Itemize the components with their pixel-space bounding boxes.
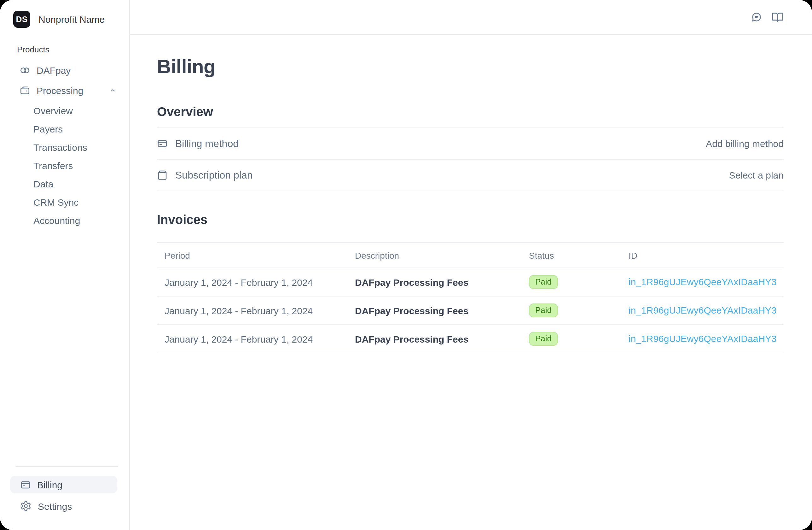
invoice-status: Paid <box>529 275 628 289</box>
sidebar-item-processing[interactable]: Processing <box>0 80 129 100</box>
wallet-icon <box>19 85 30 96</box>
chevron-up-icon <box>109 86 117 94</box>
sidebar-item-accounting[interactable]: Accounting <box>0 211 129 230</box>
column-header-status: Status <box>529 250 628 260</box>
invoice-description: DAFpay Processing Fees <box>355 305 529 316</box>
invoice-period: January 1, 2024 - February 1, 2024 <box>157 333 355 344</box>
credit-card-icon <box>20 479 31 490</box>
sidebar-item-data[interactable]: Data <box>0 175 129 193</box>
credit-card-icon <box>157 138 168 149</box>
sidebar-item-payers[interactable]: Payers <box>0 120 129 138</box>
column-header-description: Description <box>355 250 529 260</box>
sidebar-item-dafpay[interactable]: DAFpay <box>0 60 129 80</box>
sidebar-item-billing[interactable]: Billing <box>10 476 117 493</box>
invoice-status: Paid <box>529 304 628 317</box>
invoice-description: DAFpay Processing Fees <box>355 333 529 344</box>
sidebar-item-label: Settings <box>38 501 72 511</box>
invoice-id: in_1R96gUJEwy6QeeYAxIDaaHY3 <box>628 333 784 345</box>
org-name: Nonprofit Name <box>39 14 105 25</box>
overview-heading: Overview <box>157 105 784 119</box>
org-avatar: DS <box>13 11 30 28</box>
processing-subnav: Overview Payers Transactions Transfers D… <box>0 101 129 230</box>
invoice-id-link[interactable]: in_1R96gUJEwy6QeeYAxIDaaHY3 <box>628 276 777 287</box>
app-window: DS Nonprofit Name Products DAFpay Proces… <box>0 0 812 530</box>
page-title: Billing <box>157 56 784 78</box>
products-section-label: Products <box>17 45 129 54</box>
sidebar: DS Nonprofit Name Products DAFpay Proces… <box>0 0 130 530</box>
invoice-id: in_1R96gUJEwy6QeeYAxIDaaHY3 <box>628 305 784 316</box>
status-badge: Paid <box>529 275 558 289</box>
table-row: January 1, 2024 - February 1, 2024 DAFpa… <box>157 325 784 353</box>
invoice-id: in_1R96gUJEwy6QeeYAxIDaaHY3 <box>628 276 784 288</box>
main-area: Billing Overview Billing method Add bill… <box>130 0 812 530</box>
invoices-table-header: Period Description Status ID <box>157 243 784 268</box>
sidebar-nav: DAFpay Processing Overview Payers Transa… <box>0 60 129 230</box>
billing-method-row: Billing method Add billing method <box>157 128 784 159</box>
invoice-period: January 1, 2024 - February 1, 2024 <box>157 277 355 288</box>
invoice-period: January 1, 2024 - February 1, 2024 <box>157 305 355 316</box>
invoice-id-link[interactable]: in_1R96gUJEwy6QeeYAxIDaaHY3 <box>628 333 777 344</box>
billing-method-label: Billing method <box>157 138 238 149</box>
chat-bubble-icon <box>751 11 762 23</box>
status-badge: Paid <box>529 332 558 346</box>
subscription-plan-row: Subscription plan Select a plan <box>157 159 784 191</box>
subscription-plan-label: Subscription plan <box>157 169 253 181</box>
org-switcher[interactable]: DS Nonprofit Name <box>13 11 129 28</box>
table-row: January 1, 2024 - February 1, 2024 DAFpa… <box>157 268 784 296</box>
add-billing-method-button[interactable]: Add billing method <box>706 138 784 149</box>
status-badge: Paid <box>529 304 558 317</box>
sidebar-item-label: Billing <box>37 479 62 490</box>
sidebar-item-crm-sync[interactable]: CRM Sync <box>0 193 129 211</box>
invoices-table: Period Description Status ID January 1, … <box>157 242 784 353</box>
invoice-status: Paid <box>529 332 628 346</box>
sidebar-footer: Billing Settings <box>0 466 129 530</box>
sidebar-item-overview[interactable]: Overview <box>0 101 129 120</box>
column-header-period: Period <box>157 250 355 260</box>
invoices-heading: Invoices <box>157 213 784 227</box>
invoice-description: DAFpay Processing Fees <box>355 277 529 288</box>
topbar <box>130 0 812 35</box>
sidebar-item-label: DAFpay <box>37 65 71 75</box>
sidebar-divider <box>16 466 118 467</box>
select-plan-button[interactable]: Select a plan <box>729 170 784 180</box>
feedback-button[interactable] <box>751 11 762 23</box>
sidebar-item-label: Processing <box>37 85 83 96</box>
rings-icon <box>19 65 30 75</box>
billing-page: Billing Overview Billing method Add bill… <box>130 35 812 353</box>
shopping-bag-icon <box>157 170 168 180</box>
invoice-id-link[interactable]: in_1R96gUJEwy6QeeYAxIDaaHY3 <box>628 305 777 316</box>
sidebar-item-settings[interactable]: Settings <box>10 497 117 515</box>
docs-button[interactable] <box>772 11 784 23</box>
column-header-id: ID <box>628 250 784 260</box>
sidebar-item-transactions[interactable]: Transactions <box>0 138 129 156</box>
gear-icon <box>20 500 31 512</box>
book-icon <box>772 11 784 23</box>
sidebar-item-transfers[interactable]: Transfers <box>0 156 129 175</box>
table-row: January 1, 2024 - February 1, 2024 DAFpa… <box>157 296 784 325</box>
